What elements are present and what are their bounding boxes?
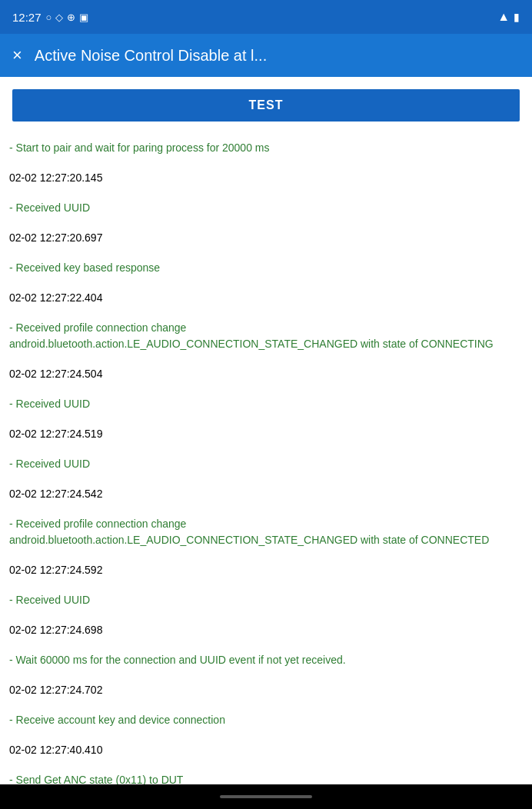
phone-frame: 12:27 ○ ◇ ⊕ ▣ ▲ ▮ × Active Noise Control… bbox=[0, 0, 532, 809]
log-entry-5: 02-02 12:27:22.404 bbox=[9, 290, 523, 306]
status-icons: ○ ◇ ⊕ ▣ bbox=[46, 12, 89, 23]
status-bar-right: ▲ ▮ bbox=[497, 10, 520, 24]
log-entry-10: - Received UUID bbox=[9, 456, 523, 472]
log-entry-19: 02-02 12:27:40.410 bbox=[9, 742, 523, 758]
log-entry-0: - Start to pair and wait for paring proc… bbox=[9, 140, 523, 156]
log-entry-6: - Received profile connection change and… bbox=[9, 320, 523, 352]
log-entry-2: - Received UUID bbox=[9, 200, 523, 216]
log-entry-17: 02-02 12:27:24.702 bbox=[9, 682, 523, 698]
alarm-icon: ○ bbox=[46, 12, 52, 23]
vpn-icon: ◇ bbox=[55, 12, 63, 23]
test-button[interactable]: TEST bbox=[12, 89, 520, 122]
bottom-indicator bbox=[220, 795, 312, 798]
log-entry-4: - Received key based response bbox=[9, 260, 523, 276]
close-icon[interactable]: × bbox=[12, 45, 22, 65]
log-entry-16: - Wait 60000 ms for the connection and U… bbox=[9, 652, 523, 668]
wifi-icon: ▲ bbox=[497, 10, 510, 24]
log-entry-14: - Received UUID bbox=[9, 592, 523, 608]
log-entry-13: 02-02 12:27:24.592 bbox=[9, 562, 523, 578]
status-bar-left: 12:27 ○ ◇ ⊕ ▣ bbox=[12, 11, 88, 24]
status-time: 12:27 bbox=[12, 11, 42, 24]
battery-icon: ▮ bbox=[514, 11, 520, 23]
log-entry-8: - Received UUID bbox=[9, 396, 523, 412]
log-area[interactable]: - Start to pair and wait for paring proc… bbox=[0, 134, 532, 784]
bottom-bar bbox=[0, 784, 532, 809]
status-bar: 12:27 ○ ◇ ⊕ ▣ ▲ ▮ bbox=[0, 0, 532, 34]
log-entry-20: - Send Get ANC state (0x11) to DUT bbox=[9, 772, 523, 784]
test-button-container: TEST bbox=[0, 77, 532, 134]
title-bar: × Active Noise Control Disable at l... bbox=[0, 34, 532, 77]
log-entry-9: 02-02 12:27:24.519 bbox=[9, 426, 523, 442]
log-entry-7: 02-02 12:27:24.504 bbox=[9, 366, 523, 382]
log-entry-1: 02-02 12:27:20.145 bbox=[9, 170, 523, 186]
screen-icon: ▣ bbox=[79, 12, 88, 23]
log-entry-18: - Receive account key and device connect… bbox=[9, 712, 523, 728]
data-icon: ⊕ bbox=[67, 12, 75, 23]
log-entry-3: 02-02 12:27:20.697 bbox=[9, 230, 523, 246]
log-entry-15: 02-02 12:27:24.698 bbox=[9, 622, 523, 638]
log-entry-12: - Received profile connection change and… bbox=[9, 516, 523, 548]
page-title: Active Noise Control Disable at l... bbox=[35, 47, 520, 65]
log-entry-11: 02-02 12:27:24.542 bbox=[9, 486, 523, 502]
